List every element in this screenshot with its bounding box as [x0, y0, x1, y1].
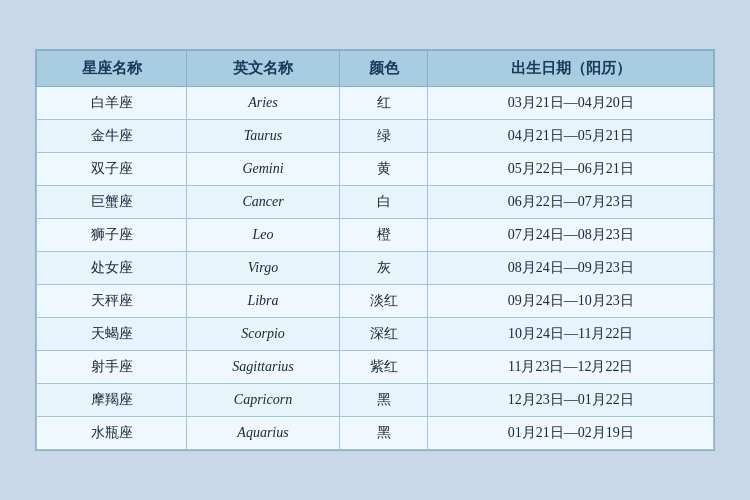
- cell-chinese-name: 天秤座: [37, 285, 187, 318]
- cell-color: 黄: [340, 153, 428, 186]
- cell-english-name: Scorpio: [187, 318, 340, 351]
- cell-english-name: Sagittarius: [187, 351, 340, 384]
- table-row: 白羊座Aries红03月21日—04月20日: [37, 87, 714, 120]
- cell-english-name: Capricorn: [187, 384, 340, 417]
- cell-dates: 11月23日—12月22日: [428, 351, 714, 384]
- cell-color: 灰: [340, 252, 428, 285]
- header-dates: 出生日期（阳历）: [428, 51, 714, 87]
- cell-chinese-name: 处女座: [37, 252, 187, 285]
- header-english-name: 英文名称: [187, 51, 340, 87]
- table-row: 天蝎座Scorpio深红10月24日—11月22日: [37, 318, 714, 351]
- cell-dates: 06月22日—07月23日: [428, 186, 714, 219]
- table-row: 处女座Virgo灰08月24日—09月23日: [37, 252, 714, 285]
- cell-dates: 05月22日—06月21日: [428, 153, 714, 186]
- cell-english-name: Virgo: [187, 252, 340, 285]
- cell-dates: 09月24日—10月23日: [428, 285, 714, 318]
- cell-dates: 04月21日—05月21日: [428, 120, 714, 153]
- table-row: 射手座Sagittarius紫红11月23日—12月22日: [37, 351, 714, 384]
- cell-chinese-name: 巨蟹座: [37, 186, 187, 219]
- cell-color: 红: [340, 87, 428, 120]
- cell-dates: 12月23日—01月22日: [428, 384, 714, 417]
- table-row: 巨蟹座Cancer白06月22日—07月23日: [37, 186, 714, 219]
- cell-color: 深红: [340, 318, 428, 351]
- cell-chinese-name: 摩羯座: [37, 384, 187, 417]
- cell-english-name: Cancer: [187, 186, 340, 219]
- table-row: 水瓶座Aquarius黑01月21日—02月19日: [37, 417, 714, 450]
- zodiac-table: 星座名称 英文名称 颜色 出生日期（阳历） 白羊座Aries红03月21日—04…: [36, 50, 714, 450]
- table-row: 狮子座Leo橙07月24日—08月23日: [37, 219, 714, 252]
- cell-english-name: Gemini: [187, 153, 340, 186]
- zodiac-table-container: 星座名称 英文名称 颜色 出生日期（阳历） 白羊座Aries红03月21日—04…: [35, 49, 715, 451]
- cell-chinese-name: 射手座: [37, 351, 187, 384]
- cell-chinese-name: 白羊座: [37, 87, 187, 120]
- cell-color: 白: [340, 186, 428, 219]
- cell-color: 黑: [340, 384, 428, 417]
- cell-english-name: Libra: [187, 285, 340, 318]
- cell-dates: 08月24日—09月23日: [428, 252, 714, 285]
- table-row: 摩羯座Capricorn黑12月23日—01月22日: [37, 384, 714, 417]
- table-body: 白羊座Aries红03月21日—04月20日金牛座Taurus绿04月21日—0…: [37, 87, 714, 450]
- cell-chinese-name: 双子座: [37, 153, 187, 186]
- header-color: 颜色: [340, 51, 428, 87]
- cell-color: 橙: [340, 219, 428, 252]
- cell-chinese-name: 天蝎座: [37, 318, 187, 351]
- cell-dates: 07月24日—08月23日: [428, 219, 714, 252]
- cell-dates: 01月21日—02月19日: [428, 417, 714, 450]
- cell-color: 黑: [340, 417, 428, 450]
- header-chinese-name: 星座名称: [37, 51, 187, 87]
- cell-dates: 03月21日—04月20日: [428, 87, 714, 120]
- table-row: 天秤座Libra淡红09月24日—10月23日: [37, 285, 714, 318]
- table-row: 双子座Gemini黄05月22日—06月21日: [37, 153, 714, 186]
- cell-english-name: Leo: [187, 219, 340, 252]
- cell-color: 淡红: [340, 285, 428, 318]
- cell-english-name: Aquarius: [187, 417, 340, 450]
- cell-chinese-name: 水瓶座: [37, 417, 187, 450]
- cell-dates: 10月24日—11月22日: [428, 318, 714, 351]
- table-row: 金牛座Taurus绿04月21日—05月21日: [37, 120, 714, 153]
- cell-chinese-name: 狮子座: [37, 219, 187, 252]
- cell-chinese-name: 金牛座: [37, 120, 187, 153]
- cell-english-name: Taurus: [187, 120, 340, 153]
- cell-english-name: Aries: [187, 87, 340, 120]
- cell-color: 紫红: [340, 351, 428, 384]
- table-header-row: 星座名称 英文名称 颜色 出生日期（阳历）: [37, 51, 714, 87]
- cell-color: 绿: [340, 120, 428, 153]
